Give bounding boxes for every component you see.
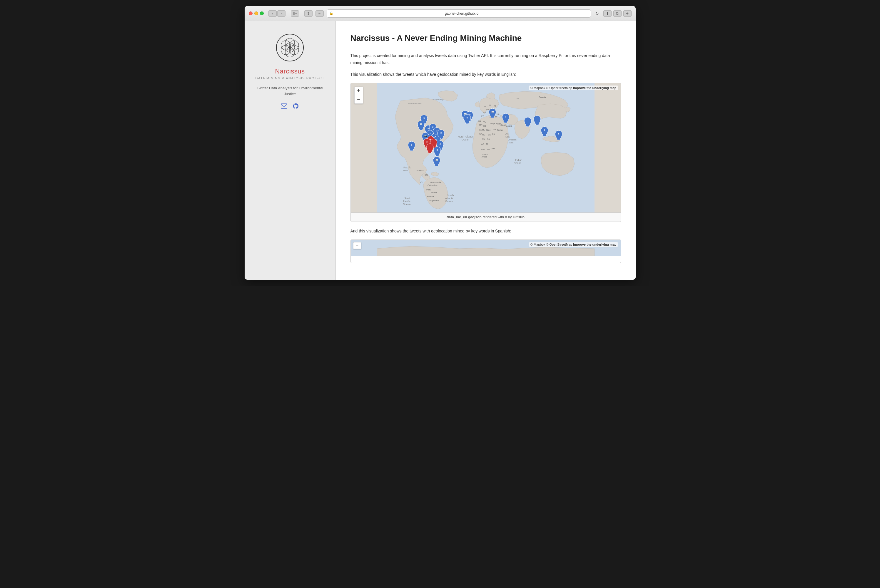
svg-text:Niger: Niger	[486, 129, 491, 131]
svg-text:South: South	[482, 153, 488, 156]
map-zoom-controls: + −	[354, 87, 363, 104]
spanish-section-text: And this visualization shows the tweets …	[350, 228, 621, 235]
sidebar-subtitle: DATA MINING & ANALYSIS PROJECT	[255, 76, 324, 80]
svg-text:Arabian: Arabian	[508, 138, 517, 141]
mapbox-attribution: © Mapbox © OpenStreetMap	[530, 86, 573, 90]
svg-text:Atlantic: Atlantic	[445, 197, 454, 200]
svg-text:Ocean: Ocean	[403, 203, 411, 206]
close-button[interactable]	[249, 12, 252, 15]
svg-text:Brazil: Brazil	[431, 191, 437, 194]
svg-text:Mexico: Mexico	[417, 169, 424, 172]
forward-button[interactable]: ›	[277, 10, 285, 17]
svg-text:Venezuela: Venezuela	[430, 181, 441, 184]
reader-mode-button[interactable]: I	[304, 10, 312, 17]
svg-text:AF: AF	[505, 132, 508, 135]
minimize-button[interactable]	[254, 12, 258, 15]
new-tab-button[interactable]: ⧉	[613, 10, 622, 17]
logo-image	[275, 33, 305, 62]
svg-text:📷: 📷	[424, 135, 426, 137]
map2-attribution: © Mapbox © OpenStreetMap Improve the und…	[529, 242, 618, 247]
toolbar-right: ⬆ ⧉ +	[603, 10, 632, 17]
url-text: gabriel-chen.github.io	[335, 12, 588, 16]
svg-text:🗑: 🗑	[439, 143, 441, 145]
svg-text:✉: ✉	[428, 128, 429, 130]
zoom-in-button[interactable]: +	[354, 87, 363, 95]
svg-text:Colombia: Colombia	[428, 184, 437, 187]
main-content: Narcissus - A Never Ending Mining Machin…	[336, 21, 636, 280]
email-icon[interactable]	[281, 102, 288, 110]
svg-text:⬡: ⬡	[429, 132, 431, 135]
svg-text:Ocean: Ocean	[445, 200, 453, 203]
zoom-out-button[interactable]: −	[354, 95, 363, 104]
svg-text:Africa: Africa	[482, 156, 487, 158]
svg-text:Ocean: Ocean	[462, 138, 470, 141]
map-caption-english: data_loc_en.geojson rendered with ♥ by G…	[351, 213, 621, 222]
share-button[interactable]: ⬆	[603, 10, 611, 17]
svg-text:♛: ♛	[423, 117, 425, 120]
svg-text:♛: ♛	[432, 126, 434, 128]
svg-text:MZ: MZ	[487, 148, 490, 150]
intro-text-1: This project is created for mining and a…	[350, 52, 621, 66]
zoom-in-button-2[interactable]: +	[353, 242, 361, 249]
svg-text:BW: BW	[481, 148, 485, 150]
back-button[interactable]: ‹	[269, 10, 277, 17]
svg-rect-1	[295, 12, 297, 12]
svg-text:🗑: 🗑	[440, 132, 442, 134]
svg-text:TR: TR	[494, 116, 497, 118]
svg-text:Baffin Bay: Baffin Bay	[433, 98, 443, 101]
sidebar-toggle-button[interactable]	[291, 10, 299, 17]
svg-text:CL: CL	[420, 181, 423, 183]
svg-text:♜: ♜	[436, 149, 438, 151]
svg-text:Indian: Indian	[515, 159, 523, 162]
svg-text:ES: ES	[481, 115, 484, 117]
improve-map-link[interactable]: Improve the underlying map	[573, 86, 616, 90]
svg-text:CM: CM	[488, 134, 491, 136]
svg-text:TD: TD	[493, 128, 496, 130]
svg-text:Libya: Libya	[490, 123, 495, 125]
svg-text:🗑: 🗑	[410, 143, 413, 146]
nav-buttons: ‹ ›	[269, 10, 285, 17]
svg-text:Beaufort Sea: Beaufort Sea	[408, 102, 422, 105]
svg-text:Peru: Peru	[426, 188, 431, 191]
map-container-english: Pacific ean North Atlantic Ocean South A…	[350, 83, 621, 222]
svg-rect-0	[293, 12, 294, 15]
traffic-lights	[249, 12, 264, 15]
svg-text:Saudi: Saudi	[500, 124, 506, 126]
svg-text:DE: DE	[484, 111, 486, 113]
svg-text:♛: ♛	[466, 117, 468, 119]
svg-rect-2	[295, 13, 297, 14]
svg-text:♜: ♜	[544, 129, 545, 131]
svg-text:TZ: TZ	[486, 143, 488, 145]
svg-text:AO: AO	[481, 143, 485, 145]
svg-text:Arabia: Arabia	[506, 125, 512, 127]
svg-text:✈: ✈	[505, 116, 507, 118]
svg-text:North Atlantic: North Atlantic	[458, 135, 474, 138]
browser-content: Narcissus DATA MINING & ANALYSIS PROJECT…	[245, 21, 636, 280]
sidebar-title: Narcissus	[275, 68, 305, 75]
svg-text:ean: ean	[403, 169, 408, 172]
svg-text:📖: 📖	[420, 123, 422, 126]
map-display-english[interactable]: Pacific ean North Atlantic Ocean South A…	[351, 83, 621, 213]
intro-text-2: This visualization shows the tweets whic…	[350, 71, 621, 78]
svg-text:South: South	[447, 194, 454, 197]
world-map-svg: Pacific ean North Atlantic Ocean South A…	[351, 83, 621, 213]
svg-text:Sea: Sea	[509, 141, 514, 144]
svg-text:Argentina: Argentina	[429, 199, 440, 202]
maximize-button[interactable]	[260, 12, 264, 15]
svg-text:SE: SE	[489, 104, 492, 106]
page-title: Narcissus - A Never Ending Mining Machin…	[350, 33, 621, 44]
svg-text:DZ: DZ	[484, 125, 486, 127]
svg-text:CU: CU	[425, 174, 428, 176]
svg-text:NG: NG	[482, 134, 485, 136]
add-button[interactable]: +	[623, 10, 632, 17]
address-bar[interactable]: 🔒 gabriel-chen.github.io	[327, 9, 591, 18]
svg-text:South: South	[404, 197, 411, 200]
reload-button[interactable]: ↻	[594, 10, 601, 17]
svg-text:Pacific: Pacific	[403, 166, 411, 169]
share-sheet-button[interactable]: ≡	[315, 10, 324, 17]
svg-text:MR: MR	[479, 124, 482, 126]
github-icon[interactable]	[292, 102, 299, 110]
svg-text:⬡: ⬡	[436, 130, 437, 132]
map-caption-filename: data_loc_en.geojson rendered with ♥ by G…	[447, 215, 524, 219]
browser-titlebar: ‹ › I ≡ 🔒 gabriel-chen.github.io ↻ ⬆ ⧉ +	[245, 6, 636, 21]
